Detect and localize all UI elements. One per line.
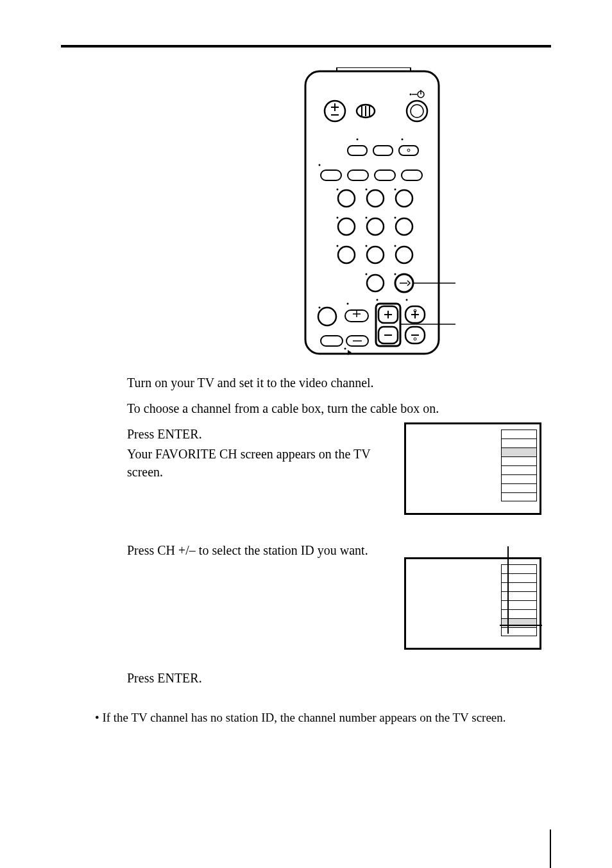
svg-point-25 bbox=[396, 190, 412, 207]
svg-point-29 bbox=[338, 247, 355, 263]
step-4-text: Press CH +/– to select the station ID yo… bbox=[127, 541, 377, 559]
cursor-vertical bbox=[507, 546, 509, 634]
svg-rect-18 bbox=[321, 170, 341, 180]
svg-point-30 bbox=[367, 247, 384, 263]
bullet-icon: • bbox=[95, 711, 102, 724]
svg-point-27 bbox=[367, 218, 384, 235]
svg-point-24 bbox=[367, 190, 384, 207]
svg-point-26 bbox=[338, 218, 355, 235]
svg-point-40 bbox=[395, 245, 396, 247]
svg-point-37 bbox=[395, 217, 396, 219]
svg-point-38 bbox=[337, 245, 339, 247]
svg-point-7 bbox=[411, 105, 423, 117]
svg-rect-12 bbox=[348, 146, 367, 155]
svg-rect-19 bbox=[348, 170, 368, 180]
step-3-text: Press ENTER. bbox=[127, 425, 384, 443]
svg-point-31 bbox=[396, 247, 412, 263]
svg-point-32 bbox=[337, 189, 339, 191]
cursor-horizontal bbox=[500, 625, 542, 626]
svg-rect-21 bbox=[402, 170, 422, 180]
svg-point-17 bbox=[402, 139, 404, 141]
svg-rect-13 bbox=[373, 146, 393, 155]
svg-point-46 bbox=[318, 308, 336, 326]
favorite-ch-table-a bbox=[501, 430, 537, 501]
svg-point-34 bbox=[395, 189, 396, 191]
svg-point-58 bbox=[377, 299, 378, 301]
step-1-text: Turn on your TV and set it to the video … bbox=[127, 374, 518, 392]
manual-page: Turn on your TV and set it to the video … bbox=[0, 0, 612, 868]
step-5-text: Press ENTER. bbox=[127, 669, 384, 687]
svg-rect-68 bbox=[321, 336, 343, 346]
svg-rect-14 bbox=[399, 146, 418, 155]
svg-point-71 bbox=[344, 348, 346, 350]
svg-point-35 bbox=[337, 217, 339, 219]
svg-point-22 bbox=[319, 164, 321, 166]
remote-illustration bbox=[302, 67, 455, 360]
favorite-ch-figure-b bbox=[404, 557, 541, 650]
svg-point-44 bbox=[395, 273, 396, 275]
svg-point-28 bbox=[396, 218, 412, 235]
note-body: If the TV channel has no station ID, the… bbox=[102, 711, 506, 724]
svg-point-11 bbox=[410, 94, 412, 96]
svg-point-41 bbox=[367, 275, 384, 291]
svg-point-67 bbox=[406, 299, 408, 301]
favorite-ch-figure-a bbox=[404, 422, 541, 515]
step-2-text: To choose a channel from a cable box, tu… bbox=[127, 399, 538, 417]
svg-point-42 bbox=[366, 273, 368, 275]
svg-point-23 bbox=[338, 190, 355, 207]
top-rule bbox=[61, 45, 551, 48]
svg-point-36 bbox=[366, 217, 368, 219]
svg-point-47 bbox=[319, 307, 321, 309]
page-corner-mark bbox=[550, 829, 551, 868]
note-bullet: • If the TV channel has no station ID, t… bbox=[95, 709, 544, 726]
svg-point-16 bbox=[357, 139, 359, 141]
step-3-sub: Your FAVORITE CH screen appears on the T… bbox=[127, 445, 387, 481]
svg-point-33 bbox=[366, 189, 368, 191]
svg-point-39 bbox=[366, 245, 368, 247]
svg-rect-20 bbox=[375, 170, 395, 180]
svg-point-51 bbox=[347, 303, 349, 305]
remote-svg bbox=[302, 67, 455, 360]
